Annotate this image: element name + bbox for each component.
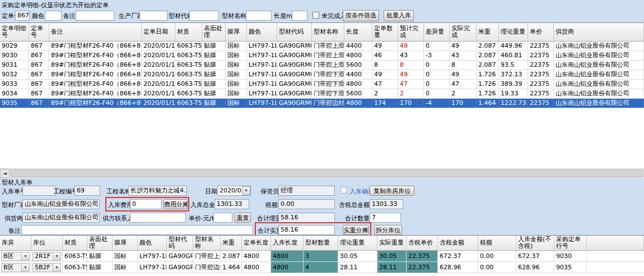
copy-warehouse-button[interactable]: 复制库房库位 <box>370 186 414 196</box>
column-header[interactable]: 定单长度 <box>242 236 271 250</box>
column-header[interactable]: 备注 <box>49 23 142 41</box>
total-theory-input[interactable]: 58.16 <box>278 213 335 223</box>
total-qty-input[interactable]: 7 <box>370 213 401 223</box>
order-no-input[interactable]: 867 <box>15 11 30 21</box>
unfinished-checkbox[interactable] <box>312 12 319 19</box>
scroll-left-icon[interactable]: ◄ <box>0 169 10 178</box>
table-row[interactable]: 903286789#门框型材F26-F40（866+867）2020/01/13… <box>0 70 644 80</box>
column-header[interactable]: 定单明细号 <box>0 23 29 41</box>
table-row[interactable]: 903486789#门框型材F26-F40（866+867）2020/01/13… <box>0 89 644 99</box>
column-header[interactable]: 型材代码 <box>167 236 193 250</box>
project-no-input[interactable]: 69 <box>74 186 100 196</box>
column-header[interactable]: 颜色 <box>247 23 277 41</box>
cell: GA90GRM04 <box>277 89 312 98</box>
chevron-down-icon[interactable]: ▾ <box>53 264 60 272</box>
fee-input[interactable]: 0 <box>130 199 162 209</box>
filter-by-condition-button[interactable]: 按条件筛选 <box>343 10 379 21</box>
profile-code-filter-input[interactable] <box>189 11 219 21</box>
column-header[interactable]: 表面处理 <box>202 23 226 41</box>
cell: 0.00 <box>478 262 516 273</box>
table-row[interactable]: B区▾5B2F▾6063-T5贴膜国标LH797-1LL0GA90GRM05门带… <box>0 262 644 273</box>
column-header[interactable]: 理论重量 <box>499 23 528 41</box>
inbound-no-input[interactable] <box>22 186 56 196</box>
table-row[interactable]: 903086789#门框型材F26-F40（866+867）2020/01/13… <box>0 51 644 61</box>
column-header[interactable]: 长度 <box>344 23 372 41</box>
column-header[interactable]: 型材名称 <box>312 23 344 41</box>
column-header[interactable]: 供货商 <box>554 23 644 41</box>
batch-inbound-button[interactable]: 批量入库 <box>384 10 414 21</box>
cell: 867 <box>29 42 49 50</box>
table-row[interactable]: 903586789#门框型材F26-F40（866+867）2020/01/13… <box>0 99 644 108</box>
column-header[interactable]: 型材数量 <box>304 236 338 250</box>
column-header[interactable]: 定单数量 <box>372 23 398 41</box>
split-location-button[interactable]: 拆分库位 <box>374 225 402 235</box>
column-header[interactable]: 实际完成 <box>450 23 477 41</box>
column-header[interactable]: 实际重量 <box>377 236 407 250</box>
color-filter-input[interactable] <box>45 11 62 21</box>
factory-input[interactable]: 山东南山铝业股份有限公司 <box>22 199 100 209</box>
column-header[interactable]: 颜色 <box>138 236 167 250</box>
supplier-input[interactable]: 山东南山铝业股份有限公司 <box>22 213 100 223</box>
cell: 8 <box>398 61 424 70</box>
column-header[interactable]: 单价 <box>528 23 554 41</box>
chevron-down-icon[interactable]: ▾ <box>53 252 60 260</box>
column-header[interactable]: 税额 <box>478 236 516 250</box>
table-row[interactable]: 902986789#门框型材F26-F40（866+867）2020/01/13… <box>0 42 644 51</box>
column-header[interactable]: 库位 <box>31 236 63 250</box>
cell[interactable]: 2R1F▾ <box>31 251 63 261</box>
cell[interactable]: B区▾ <box>0 262 31 273</box>
reset-button[interactable]: 重置 <box>235 213 251 223</box>
column-header[interactable]: 库房 <box>0 236 31 250</box>
chevron-down-icon[interactable]: ▾ <box>21 264 29 272</box>
keeper-input[interactable]: 经理 <box>278 186 335 196</box>
actual-allocate-button[interactable]: 实重分摊 <box>343 225 369 235</box>
table-row[interactable]: 903386789#门框型材F26-F40（866+867）2020/01/13… <box>0 80 644 89</box>
column-header[interactable]: 采购定单行号 <box>554 236 587 250</box>
cell[interactable]: B区▾ <box>0 251 31 261</box>
project-name-input[interactable]: 长沙万科魅力之城4.2期 <box>128 186 187 196</box>
column-header[interactable]: 含税单价 <box>407 236 438 250</box>
cell: 门带腔上滑 <box>312 61 344 70</box>
cell: 47 <box>372 80 398 89</box>
cell: 6063-T5 <box>175 70 202 79</box>
profile-name-filter-input[interactable] <box>246 11 272 21</box>
remark-filter-input[interactable] <box>76 11 114 21</box>
column-header[interactable]: 型材名称 <box>193 236 221 250</box>
column-header[interactable]: 定单日期 <box>142 23 175 41</box>
column-header[interactable]: 膜厚 <box>226 23 247 41</box>
tax-input[interactable]: 0.00 <box>278 199 335 209</box>
scrollbar-thumb[interactable] <box>10 169 643 177</box>
manufacturer-input[interactable] <box>139 11 167 21</box>
column-header[interactable]: 材质 <box>63 236 87 250</box>
column-header[interactable]: 膜厚 <box>113 236 138 250</box>
inbound-confirm-checkbox[interactable] <box>340 187 347 194</box>
table-row[interactable]: B区▾2R1F▾6063-T5贴膜国标LH797-1LL0GA90GRM03门带… <box>0 251 644 262</box>
column-header[interactable]: 米重 <box>477 23 499 41</box>
cell[interactable]: 5B2F▾ <box>31 262 63 273</box>
column-header[interactable]: 型材代码 <box>277 23 312 41</box>
cell: -3 <box>424 51 450 60</box>
column-header[interactable]: 入库金额(不含税) <box>516 236 554 250</box>
total-amount-input[interactable]: 1301.33 <box>214 199 249 209</box>
total-actual-input[interactable]: 58.16 <box>278 225 335 235</box>
column-header[interactable]: 差异量 <box>424 23 450 41</box>
column-header[interactable]: 定单号 <box>29 23 49 41</box>
contact-input[interactable] <box>130 213 186 223</box>
column-header[interactable]: 入库长度 <box>271 236 304 250</box>
column-header[interactable]: 材质 <box>175 23 202 41</box>
length-filter-input[interactable] <box>292 11 307 21</box>
chevron-down-icon[interactable]: ▾ <box>21 252 29 260</box>
unit-price-input[interactable] <box>213 213 232 223</box>
remark-input[interactable] <box>21 225 253 235</box>
fee-allocate-button[interactable]: 费用分摊 <box>164 199 188 209</box>
total-with-tax-input[interactable]: 1301.33 <box>370 199 403 209</box>
cell: 8 <box>450 61 477 70</box>
column-header[interactable]: 理论重量 <box>338 236 377 250</box>
column-header[interactable]: 表面处理 <box>87 236 113 250</box>
date-dropdown-icon[interactable]: ▾ <box>242 186 250 195</box>
table-row[interactable]: 903186789#门框型材F26-F40（866+867）2020/01/13… <box>0 61 644 70</box>
horizontal-scrollbar[interactable]: ◄ <box>0 168 644 178</box>
column-header[interactable]: 含税金额 <box>438 236 478 250</box>
column-header[interactable]: 预计完成 <box>398 23 424 41</box>
column-header[interactable]: 米重 <box>221 236 242 250</box>
